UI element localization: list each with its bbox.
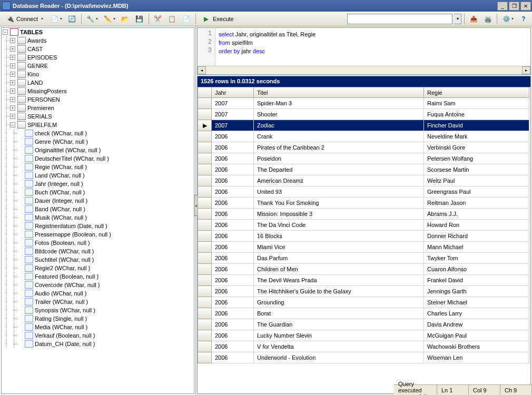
row-header[interactable]: ▶: [198, 120, 212, 131]
cell-jahr[interactable]: 2007: [212, 120, 254, 131]
cell-regie[interactable]: Mann Michael: [424, 242, 529, 253]
cell-titel[interactable]: Lucky Number Slevin: [254, 330, 424, 341]
row-header[interactable]: [198, 253, 212, 264]
cell-titel[interactable]: The Hitchhiker's Guide to the Galaxy: [254, 286, 424, 297]
table-row[interactable]: ▶ 2007 Zodiac Fincher David: [198, 120, 529, 131]
tree-column[interactable]: Genre (WChar, null ): [2, 137, 194, 146]
row-header[interactable]: [198, 330, 212, 341]
cell-regie[interactable]: Donner Richard: [424, 231, 529, 242]
settings-button[interactable]: ⚙️: [500, 13, 516, 25]
cell-jahr[interactable]: 2007: [212, 109, 254, 120]
cell-jahr[interactable]: 2006: [212, 164, 254, 175]
tree-column[interactable]: Fotos (Boolean, null ): [2, 239, 194, 247]
tree-table-kino[interactable]: + Kino: [2, 70, 194, 78]
paste-button[interactable]: 📄: [180, 13, 193, 25]
tree-table-land[interactable]: + LAND: [2, 78, 194, 87]
cell-titel[interactable]: The Guardian: [254, 319, 424, 330]
cell-jahr[interactable]: 2006: [212, 131, 254, 142]
results-grid[interactable]: JahrTitelRegie 2007 Spider-Man 3 Raimi S…: [198, 87, 529, 363]
row-header[interactable]: [198, 264, 212, 275]
cell-regie[interactable]: Abrams J.J.: [424, 209, 529, 220]
cell-jahr[interactable]: 2006: [212, 220, 254, 231]
tree-table-spielfilm[interactable]: − SPIELFILM: [2, 121, 194, 129]
cell-regie[interactable]: Scorsese Martin: [424, 164, 529, 175]
column-header[interactable]: Regie: [424, 87, 529, 98]
table-row[interactable]: 2006 Miami Vice Mann Michael: [198, 242, 529, 253]
row-header[interactable]: [198, 341, 212, 352]
db-tree[interactable]: − TABLES + Awards + CAST + EPISODES + GE…: [2, 28, 194, 393]
cell-regie[interactable]: Frankel David: [424, 275, 529, 286]
row-header[interactable]: [198, 186, 212, 197]
row-header[interactable]: [198, 297, 212, 308]
row-header[interactable]: [198, 142, 212, 153]
row-header[interactable]: [198, 231, 212, 242]
column-header[interactable]: Titel: [254, 87, 424, 98]
open-button[interactable]: 📂: [119, 13, 132, 25]
cell-regie[interactable]: Jennings Garth: [424, 286, 529, 297]
cell-regie[interactable]: Charles Larry: [424, 308, 529, 319]
table-row[interactable]: 2006 The Da Vinci Code Howard Ron: [198, 220, 529, 231]
cell-regie[interactable]: Verbinski Gore: [424, 142, 529, 153]
tree-column[interactable]: Verkauf (Boolean, null ): [2, 331, 194, 340]
expand-icon[interactable]: +: [10, 97, 15, 102]
cell-jahr[interactable]: 2006: [212, 153, 254, 164]
row-header-corner[interactable]: [198, 87, 212, 98]
table-row[interactable]: 2006 Das Parfum Twyker Tom: [198, 253, 529, 264]
cell-regie[interactable]: Cuaron Alfonso: [424, 264, 529, 275]
cell-titel[interactable]: The Da Vinci Code: [254, 220, 424, 231]
expand-icon[interactable]: +: [10, 80, 15, 85]
cell-titel[interactable]: Borat: [254, 308, 424, 319]
cell-titel[interactable]: Mission: Impossible 3: [254, 209, 424, 220]
table-row[interactable]: 2006 Pirates of the Caribbean 2 Verbinsk…: [198, 142, 529, 153]
tree-column[interactable]: Originaltitel (WChar, null ): [2, 146, 194, 154]
cell-jahr[interactable]: 2006: [212, 352, 254, 363]
cell-jahr[interactable]: 2006: [212, 253, 254, 264]
copy-button[interactable]: 📋: [166, 13, 179, 25]
table-row[interactable]: 2006 American Dreamz Weitz Paul: [198, 175, 529, 186]
cell-titel[interactable]: American Dreamz: [254, 175, 424, 186]
search-dropdown[interactable]: ▾: [454, 14, 461, 24]
tree-column[interactable]: Rating (Single, null ): [2, 314, 194, 323]
cell-titel[interactable]: V for Vendetta: [254, 341, 424, 352]
save-button[interactable]: 💾: [133, 13, 146, 25]
cell-titel[interactable]: Underworld - Evolution: [254, 352, 424, 363]
cell-titel[interactable]: Grounding: [254, 297, 424, 308]
row-header[interactable]: [198, 109, 212, 120]
cell-regie[interactable]: Fincher David: [424, 120, 529, 131]
tree-column[interactable]: check (WChar, null ): [2, 129, 194, 137]
cell-jahr[interactable]: 2006: [212, 175, 254, 186]
table-row[interactable]: 2006 Thank You For Smoking Reitman Jason: [198, 197, 529, 209]
table-row[interactable]: 2006 Borat Charles Larry: [198, 308, 529, 319]
table-row[interactable]: 2006 The Hitchhiker's Guide to the Galax…: [198, 286, 529, 297]
expand-icon[interactable]: +: [10, 38, 15, 43]
row-header[interactable]: [198, 164, 212, 175]
tree-column[interactable]: Suchtitel (WChar, null ): [2, 255, 194, 264]
pencil-button[interactable]: ✏️: [102, 13, 117, 25]
cell-regie[interactable]: Howard Ron: [424, 220, 529, 231]
tree-column[interactable]: Covercode (WChar, null ): [2, 281, 194, 289]
cell-regie[interactable]: Steiner Michael: [424, 297, 529, 308]
cell-titel[interactable]: The Departed: [254, 164, 424, 175]
cell-regie[interactable]: McGuigan Paul: [424, 330, 529, 341]
tree-table-serials[interactable]: + SERIALS: [2, 112, 194, 121]
row-header[interactable]: [198, 308, 212, 319]
results-grid-scroll[interactable]: JahrTitelRegie 2007 Spider-Man 3 Raimi S…: [198, 87, 530, 393]
execute-button[interactable]: ▶ Execute: [199, 13, 238, 25]
cell-regie[interactable]: Wachowski Brothers: [424, 341, 529, 352]
cell-titel[interactable]: Miami Vice: [254, 242, 424, 253]
cell-titel[interactable]: Spider-Man 3: [254, 98, 424, 109]
export-button[interactable]: 📤: [467, 13, 480, 25]
cell-titel[interactable]: Zodiac: [254, 120, 424, 131]
table-row[interactable]: 2006 Children of Men Cuaron Alfonso: [198, 264, 529, 275]
tree-column[interactable]: Musik (WChar, null ): [2, 213, 194, 222]
cell-jahr[interactable]: 2007: [212, 98, 254, 109]
minimize-button[interactable]: _: [497, 2, 508, 11]
row-header[interactable]: [198, 242, 212, 253]
expand-icon[interactable]: +: [10, 105, 15, 111]
table-row[interactable]: 2006 Crank Neveldine Mark: [198, 131, 529, 142]
collapse-icon[interactable]: −: [3, 29, 8, 35]
cell-titel[interactable]: Thank You For Smoking: [254, 197, 424, 209]
tree-column[interactable]: Synopsis (WChar, null ): [2, 306, 194, 314]
tree-column[interactable]: Jahr (Integer, null ): [2, 180, 194, 188]
expand-icon[interactable]: +: [10, 63, 15, 68]
